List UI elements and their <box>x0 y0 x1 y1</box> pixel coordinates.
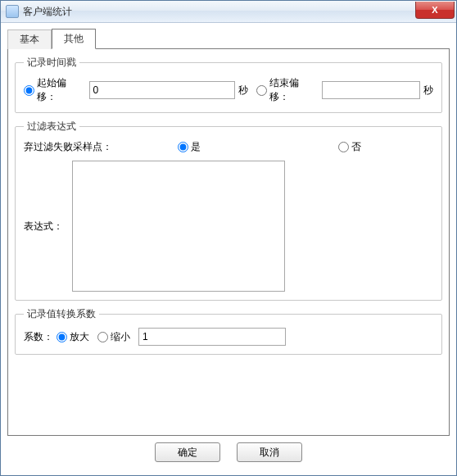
discard-no-label: 否 <box>351 140 361 154</box>
group-coefficient-legend: 记录值转换系数 <box>24 307 99 321</box>
ok-button-label: 确定 <box>178 447 197 458</box>
discard-no-radio[interactable]: 否 <box>338 140 361 154</box>
coeff-shrink-label: 缩小 <box>111 330 130 344</box>
tab-basic-label: 基本 <box>20 34 39 45</box>
tab-other[interactable]: 其他 <box>52 29 96 49</box>
expression-textarea[interactable] <box>72 161 285 292</box>
group-coefficient: 记录值转换系数 系数： 放大 缩小 <box>15 307 442 355</box>
app-icon <box>6 5 19 18</box>
window-title: 客户端统计 <box>23 5 415 19</box>
start-offset-input[interactable] <box>89 81 236 99</box>
spacer <box>15 361 442 428</box>
coeff-shrink-radio-input[interactable] <box>97 332 108 342</box>
tab-panel-other: 记录时间戳 起始偏移： 秒 结束偏移： 秒 <box>7 48 450 436</box>
discard-label: 弃过滤失败采样点： <box>24 140 118 154</box>
seconds-label-2: 秒 <box>423 84 433 97</box>
footer: 确定 取消 <box>7 436 450 469</box>
window: 客户端统计 X 基本 其他 记录时间戳 起始偏移： <box>0 0 457 476</box>
cancel-button-label: 取消 <box>260 447 279 458</box>
expression-label: 表达式： <box>24 220 69 233</box>
end-offset-radio[interactable]: 结束偏移： <box>256 76 319 104</box>
close-icon: X <box>432 5 437 15</box>
seconds-label-1: 秒 <box>238 84 248 97</box>
group-timestamp-legend: 记录时间戳 <box>24 56 79 70</box>
coeff-enlarge-radio[interactable]: 放大 <box>57 330 89 344</box>
coeff-shrink-radio[interactable]: 缩小 <box>97 330 130 344</box>
discard-yes-radio[interactable]: 是 <box>178 140 201 154</box>
ok-button[interactable]: 确定 <box>155 442 220 462</box>
coefficient-label: 系数： <box>24 330 53 344</box>
start-offset-radio-input[interactable] <box>24 85 34 96</box>
titlebar: 客户端统计 X <box>1 1 456 23</box>
discard-no-radio-input[interactable] <box>338 142 349 152</box>
cancel-button[interactable]: 取消 <box>237 442 302 462</box>
coeff-enlarge-label: 放大 <box>70 330 89 344</box>
group-filter-legend: 过滤表达式 <box>24 120 79 134</box>
body-area: 基本 其他 记录时间戳 起始偏移： 秒 结束偏移 <box>1 23 456 475</box>
end-offset-input[interactable] <box>322 81 420 99</box>
end-offset-label: 结束偏移： <box>269 76 319 104</box>
close-button[interactable]: X <box>415 2 455 19</box>
end-offset-radio-input[interactable] <box>256 85 267 96</box>
expression-row: 表达式： <box>24 161 433 292</box>
tab-basic[interactable]: 基本 <box>7 29 52 49</box>
discard-yes-radio-input[interactable] <box>178 142 188 152</box>
group-timestamp: 记录时间戳 起始偏移： 秒 结束偏移： 秒 <box>15 56 442 113</box>
tab-bar: 基本 其他 <box>7 28 450 48</box>
discard-yes-label: 是 <box>191 140 201 154</box>
start-offset-label: 起始偏移： <box>37 76 86 104</box>
group-filter: 过滤表达式 弃过滤失败采样点： 是 否 表达式： <box>15 120 442 301</box>
coefficient-row: 系数： 放大 缩小 <box>24 328 433 346</box>
timestamp-row: 起始偏移： 秒 结束偏移： 秒 <box>24 76 433 104</box>
coeff-enlarge-radio-input[interactable] <box>57 332 67 342</box>
tab-other-label: 其他 <box>64 33 84 44</box>
coefficient-input[interactable] <box>138 328 286 346</box>
discard-row: 弃过滤失败采样点： 是 否 <box>24 140 433 154</box>
start-offset-radio[interactable]: 起始偏移： <box>24 76 86 104</box>
